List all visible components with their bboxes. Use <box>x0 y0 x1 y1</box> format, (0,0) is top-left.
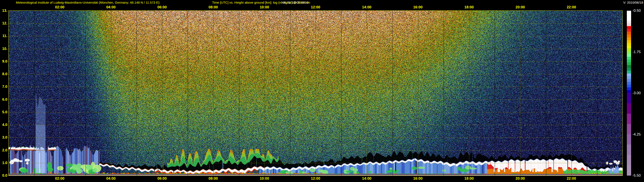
x-tick-label-top: 16:00 <box>409 5 426 9</box>
colorbar <box>627 11 631 176</box>
y-tick-label: 4.0 <box>0 123 7 127</box>
x-tick-label-bottom: 20:00 <box>512 177 529 181</box>
colorbar-tick-label: -3.00 <box>632 91 644 95</box>
colorbar-segment <box>627 124 631 134</box>
x-tick-label-top: 10:00 <box>256 5 273 9</box>
colorbar-tick-label: -5.50 <box>632 174 644 178</box>
colorbar-segment <box>627 145 631 155</box>
y-tick-label: 1.0 <box>0 161 7 165</box>
x-tick-label-bottom: 04:00 <box>102 177 120 181</box>
colorbar-segment <box>627 60 631 62</box>
colorbar-segment <box>627 62 631 65</box>
colorbar-segment <box>627 29 631 32</box>
colorbar-segment <box>627 26 631 29</box>
x-tick-label-bottom: 06:00 <box>154 177 171 181</box>
colorbar-segment <box>627 65 631 68</box>
y-tick-label: 5.0 <box>0 110 7 114</box>
x-tick-label-top: 14:00 <box>358 5 375 9</box>
x-tick-label-top: 18:00 <box>460 5 478 9</box>
x-tick-label-bottom: 22:00 <box>563 177 580 181</box>
x-tick-label-bottom: 18:00 <box>460 177 478 181</box>
colorbar-segment <box>627 68 631 71</box>
y-tick-label: 9.0 <box>0 59 7 64</box>
institute-title: Meteorological Institute of Ludwig-Maxim… <box>16 1 160 4</box>
colorbar-segment <box>627 155 631 165</box>
x-tick-label-bottom: 02:00 <box>51 177 68 181</box>
colorbar-tick-label: -1.75 <box>632 50 644 54</box>
colorbar-segment <box>627 32 631 34</box>
colorbar-segment <box>627 93 631 103</box>
colorbar-segment <box>627 23 631 26</box>
y-tick-label: 2.0 <box>0 148 7 152</box>
colorbar-segment <box>627 20 631 23</box>
colorbar-segment <box>627 57 631 60</box>
colorbar-tick-label: -4.25 <box>632 132 644 137</box>
y-tick-label: 11. <box>0 34 7 38</box>
lidar-quicklook-page: { "header": { "institute": "Meteorologic… <box>0 0 644 182</box>
colorbar-segment <box>627 82 631 85</box>
x-tick-label-bottom: 14:00 <box>358 177 375 181</box>
y-tick-label: 13. <box>0 8 7 13</box>
colorbar-segment <box>627 71 631 74</box>
y-tick-label: 7.0 <box>0 85 7 89</box>
colorbar-segment <box>627 74 631 76</box>
colorbar-segment <box>627 34 631 37</box>
x-tick-label-bottom: 16:00 <box>409 177 426 181</box>
x-tick-label-top: 06:00 <box>154 5 171 9</box>
colorbar-segment <box>627 134 631 145</box>
colorbar-segment <box>627 48 631 51</box>
y-tick-label: 6.0 <box>0 97 7 102</box>
colorbar-segment <box>627 90 631 93</box>
colorbar-segment <box>627 87 631 90</box>
colorbar-segment <box>627 76 631 79</box>
x-tick-label-top: 02:00 <box>51 5 68 9</box>
x-tick-label-bottom: 10:00 <box>256 177 273 181</box>
colorbar-segment <box>627 46 631 48</box>
y-tick-label: 3.0 <box>0 135 7 140</box>
version-label: V: 2010/06/18 <box>623 1 643 4</box>
x-tick-label-top: 04:00 <box>102 5 120 9</box>
colorbar-segment <box>627 40 631 43</box>
y-tick-label: 10. <box>0 47 7 51</box>
colorbar-segment <box>627 51 631 54</box>
colorbar-segment <box>627 114 631 124</box>
colorbar-segment <box>627 85 631 87</box>
x-tick-label-top: 12:00 <box>307 5 324 9</box>
system-date-label: YALIS: 15-05-2010 <box>281 1 308 4</box>
y-tick-label: 0.0 <box>0 174 7 178</box>
colorbar-segment <box>627 165 631 176</box>
colorbar-segment <box>627 11 631 20</box>
colorbar-segment <box>627 43 631 46</box>
y-tick-label: 8.0 <box>0 72 7 76</box>
x-tick-label-top: 22:00 <box>563 5 580 9</box>
x-tick-label-bottom: 08:00 <box>204 177 222 181</box>
colorbar-segment <box>627 79 631 82</box>
colorbar-segment <box>627 103 631 114</box>
x-tick-label-top: 20:00 <box>512 5 529 9</box>
y-tick-label: 12. <box>0 21 7 25</box>
x-tick-label-bottom: 12:00 <box>307 177 324 181</box>
colorbar-segment <box>627 54 631 57</box>
colorbar-segment <box>627 37 631 40</box>
lidar-heatmap-plot <box>8 10 623 176</box>
x-tick-label-top: 08:00 <box>204 5 222 9</box>
colorbar-tick-label: -0.50 <box>632 8 644 13</box>
